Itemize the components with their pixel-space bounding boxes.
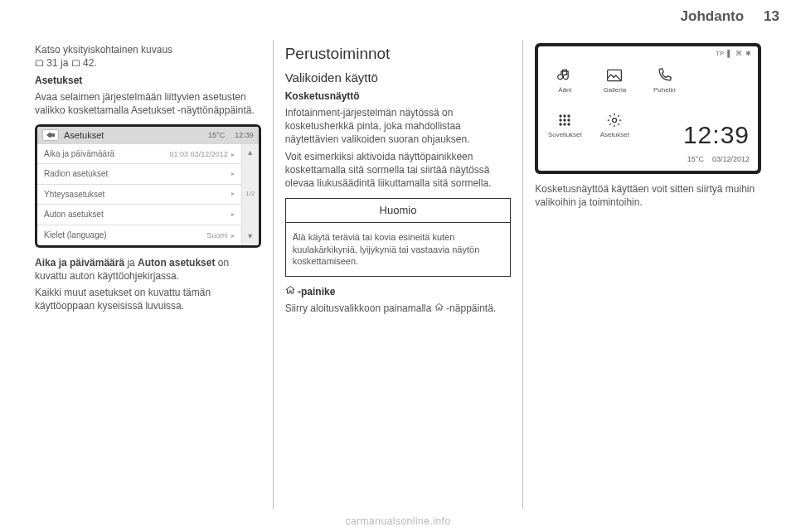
settings-status-temp: 15°C: [208, 130, 225, 140]
home-icon: [434, 302, 446, 314]
settings-scrollbar[interactable]: ▲ 1/2 ▼: [241, 144, 259, 245]
intro-paragraph: Katso yksityiskohtainen kuvaus 31 ja 42.: [35, 43, 261, 70]
chevron-right-icon: ▸: [231, 232, 235, 241]
col1-para2: Aika ja päivämäärä ja Auton asetukset on…: [35, 256, 261, 283]
home-temp: 15°C: [687, 154, 704, 164]
subhead-kosketusnaytto: Kosketusnäyttö: [285, 89, 512, 103]
watermark: carmanualsonline.info: [0, 515, 796, 527]
notice-title: Huomio: [286, 199, 511, 223]
settings-row[interactable]: Radion asetukset ▸: [37, 163, 241, 184]
col2-para1: Infotainment-järjestelmän näytössä on ko…: [285, 106, 512, 147]
tile-label: Sovellukset: [548, 131, 582, 140]
chapter-title: Johdanto: [681, 8, 745, 25]
photo-icon: [603, 66, 626, 85]
svg-point-8: [564, 123, 566, 125]
svg-point-6: [568, 118, 570, 121]
tile-label: Galleria: [604, 86, 627, 95]
col2-para2: Voit esimerkiksi aktivoida näyttöpainikk…: [285, 150, 512, 191]
book-ref-icon: [35, 57, 44, 70]
home-screenshot: TP ▌ ⌘ ✱ Ääni: [535, 43, 761, 174]
settings-tile[interactable]: Asetukset: [595, 104, 634, 146]
settings-row[interactable]: Auton asetukset ▸: [37, 204, 241, 225]
column-1: Katso yksityiskohtainen kuvaus 31 ja 42.…: [23, 40, 273, 509]
chevron-right-icon: ▸: [231, 151, 235, 160]
audio-tile[interactable]: Ääni: [545, 60, 585, 101]
svg-point-7: [560, 123, 562, 125]
home-clock: 12:39: [683, 118, 750, 152]
chevron-right-icon: ▸: [231, 190, 235, 199]
subhead-asetukset: Asetukset: [35, 74, 261, 87]
notice-box: Huomio Älä käytä teräviä tai kovia esine…: [285, 198, 512, 277]
page-header: Johdanto 13: [17, 8, 779, 25]
column-2: Perustoiminnot Valikoiden käyttö Kosketu…: [273, 40, 523, 509]
settings-screenshot: Asetukset 15°C 12:39 Aika ja päivämäärä …: [35, 124, 261, 248]
svg-point-10: [613, 118, 617, 122]
col1-para3: Kaikki muut asetukset on kuvattu tämän k…: [35, 286, 261, 312]
tile-label: Ääni: [558, 86, 571, 95]
gallery-tile[interactable]: Galleria: [595, 60, 634, 101]
gear-icon: [603, 111, 626, 129]
column-3: TP ▌ ⌘ ✱ Ääni: [522, 40, 773, 509]
settings-row[interactable]: Yhteysasetukset ▸: [37, 184, 241, 205]
page-number: 13: [764, 8, 779, 25]
svg-point-4: [560, 118, 562, 121]
apps-grid-icon: [553, 111, 576, 129]
back-button[interactable]: [42, 129, 59, 141]
status-icon: ▌: [727, 50, 732, 59]
settings-header: Asetukset 15°C 12:39: [37, 127, 259, 144]
tile-label: Asetukset: [600, 131, 629, 140]
heading-valikoiden: Valikoiden käyttö: [285, 70, 512, 86]
apps-tile[interactable]: Sovellukset: [545, 104, 585, 146]
tp-indicator: TP: [716, 50, 724, 59]
svg-point-2: [564, 114, 566, 117]
notice-body: Älä käytä teräviä tai kovia esineitä kut…: [286, 226, 511, 273]
scroll-up-icon[interactable]: ▲: [246, 148, 254, 157]
col1-para1: Avaa selaimen järjestelmään liittyvien a…: [35, 90, 261, 117]
svg-point-5: [564, 118, 566, 121]
settings-title: Asetukset: [64, 129, 203, 142]
svg-point-9: [568, 123, 570, 125]
status-icon: ⌘: [735, 50, 742, 59]
settings-row[interactable]: Kielet (language) Suomi▸: [37, 225, 241, 245]
heading-perustoiminnot: Perustoiminnot: [285, 43, 512, 65]
settings-status-time: 12:39: [235, 130, 254, 140]
scroll-page-indicator: 1/2: [245, 190, 255, 199]
phone-icon: [653, 66, 676, 85]
music-note-icon: [553, 66, 576, 85]
svg-point-1: [560, 114, 562, 117]
book-ref-icon: [71, 57, 80, 70]
status-bar: TP ▌ ⌘ ✱: [716, 50, 751, 59]
chevron-right-icon: ▸: [231, 210, 235, 220]
col3-para1: Kosketusnäyttöä käyttäen voit sitten sii…: [535, 182, 761, 209]
subhead-painike: -painike: [285, 285, 512, 298]
scroll-down-icon[interactable]: ▼: [246, 231, 254, 241]
phone-tile[interactable]: Puhelin: [644, 60, 684, 101]
chevron-right-icon: ▸: [231, 170, 235, 179]
svg-point-3: [568, 114, 570, 117]
home-date: 03/12/2012: [712, 154, 750, 164]
status-icon: ✱: [745, 50, 751, 59]
home-icon: [285, 286, 298, 297]
col2-para3: Siirry aloitusvalikkoon painamalla -näpp…: [285, 302, 512, 315]
settings-row[interactable]: Aika ja päivämäärä 01:03 03/12/2012▸: [37, 144, 241, 164]
tile-label: Puhelin: [653, 86, 676, 95]
